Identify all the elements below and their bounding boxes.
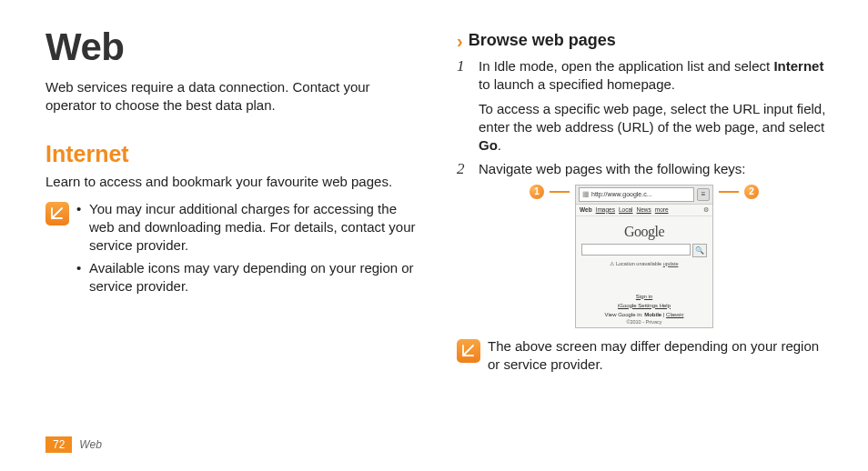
location-row: ⚠ Location unavailable update [576, 261, 712, 292]
right-column: › Browse web pages 1 In Idle mode, open … [457, 25, 832, 471]
footer-links[interactable]: iGoogle Settings Help [618, 303, 671, 308]
tab-local[interactable]: Local [619, 206, 633, 214]
callout-badge-1: 1 [530, 185, 544, 199]
phone-screen: ▦ http://www.google.c... ≡ Web Images Lo… [575, 185, 713, 328]
note-block-screen: The above screen may differ depending on… [457, 337, 832, 375]
step-number: 2 [457, 159, 465, 180]
step-bold: Go [479, 137, 498, 153]
tab-news[interactable]: News [636, 206, 651, 214]
step-text: to launch a specified homepage. [479, 76, 675, 92]
section-sub-internet: Learn to access and bookmark your favour… [45, 173, 420, 191]
step-paragraph: In Idle mode, open the application list … [479, 57, 832, 95]
signin-row: Sign in [576, 292, 712, 301]
note-list: You may incur additional charges for acc… [76, 200, 420, 299]
view-mode-row: View Google in: Mobile | Classic [576, 310, 712, 319]
note-text: The above screen may differ depending on… [488, 337, 832, 375]
step-text: Navigate web pages with the following ke… [479, 161, 746, 176]
note-icon [45, 202, 69, 225]
tab-images[interactable]: Images [596, 206, 615, 214]
step-text: . [498, 137, 501, 153]
page-title: Web [45, 25, 420, 69]
url-row: ▦ http://www.google.c... ≡ [576, 185, 712, 205]
page-number: 72 [45, 436, 72, 453]
location-update-link[interactable]: update [663, 261, 679, 266]
search-input[interactable] [581, 244, 691, 256]
callout-line [550, 191, 570, 193]
globe-icon: ▦ [582, 190, 590, 198]
menu-icon: ≡ [701, 190, 706, 198]
url-input[interactable]: ▦ http://www.google.c... [579, 187, 694, 202]
menu-button[interactable]: ≡ [697, 188, 710, 201]
callout-line [719, 191, 739, 193]
note-item: You may incur additional charges for acc… [76, 200, 420, 256]
logo-text: Google [624, 224, 664, 239]
sub-heading: Browse web pages [469, 31, 616, 50]
note-item: Available icons may vary depending on yo… [76, 259, 420, 296]
step-paragraph: Navigate web pages with the following ke… [479, 160, 832, 178]
left-column: Web Web services require a data connecti… [45, 25, 420, 471]
footer-section-name: Web [79, 438, 101, 451]
steps-list: 1 In Idle mode, open the application lis… [457, 57, 832, 179]
search-row: 🔍 [576, 244, 712, 261]
view-text: View Google in: [605, 312, 645, 317]
step-text: In Idle mode, open the application list … [479, 58, 773, 74]
section-heading-internet: Internet [45, 141, 420, 167]
view-mobile: Mobile [644, 312, 661, 317]
note-block-internet: You may incur additional charges for acc… [45, 200, 420, 299]
footer-links-row: iGoogle Settings Help [576, 301, 712, 310]
tab-bar: Web Images Local News more ⚙ [576, 205, 712, 216]
gear-icon[interactable]: ⚙ [703, 206, 709, 214]
sub-heading-row: › Browse web pages [457, 31, 832, 50]
step-item: 1 In Idle mode, open the application lis… [457, 57, 832, 155]
tab-web[interactable]: Web [580, 206, 592, 214]
step-paragraph: To access a specific web page, select th… [479, 100, 832, 155]
view-classic-link[interactable]: Classic [666, 312, 683, 317]
copyright-row: ©2010 - Privacy [576, 319, 712, 327]
step-number: 1 [457, 56, 465, 77]
search-icon: 🔍 [695, 246, 704, 255]
step-bold: Internet [773, 58, 823, 74]
page-footer: 72 Web [45, 436, 102, 453]
search-button[interactable]: 🔍 [692, 244, 707, 257]
note-icon [457, 339, 480, 363]
intro-text: Web services require a data connection. … [45, 78, 420, 115]
tab-more[interactable]: more [655, 206, 669, 214]
step-item: 2 Navigate web pages with the following … [457, 160, 832, 178]
signin-link[interactable]: Sign in [636, 294, 652, 299]
callout-badge-2: 2 [744, 185, 759, 199]
google-logo: Google [576, 216, 712, 244]
step-text: To access a specific web page, select th… [479, 101, 825, 135]
location-text: Location unavailable [616, 261, 663, 266]
url-text: http://www.google.c... [591, 191, 652, 197]
chevron-right-icon: › [457, 32, 463, 50]
phone-mockup-area: 1 ▦ http://www.google.c... ≡ Web Images … [526, 185, 762, 328]
